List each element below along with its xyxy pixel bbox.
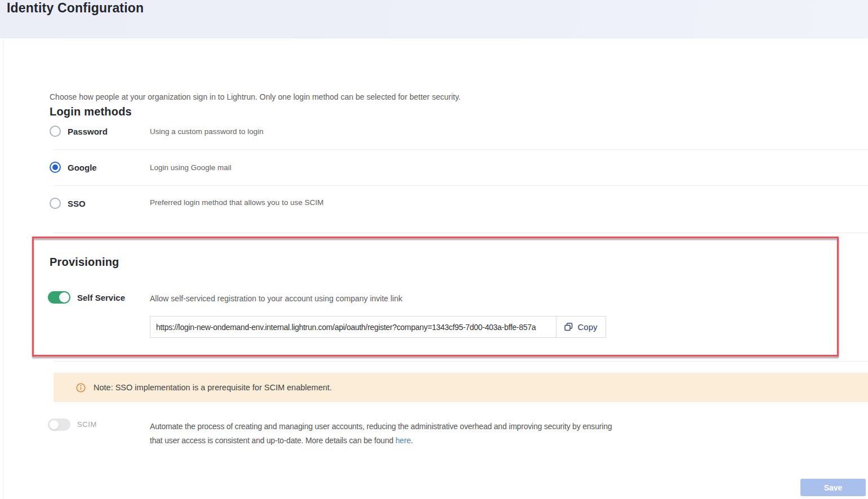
radio-password-label: Password (68, 127, 108, 136)
divider (54, 361, 868, 362)
scim-description-line1: Automate the process of creating and man… (150, 420, 612, 434)
scim-toggle[interactable] (48, 418, 70, 431)
page-header: Identity Configuration (0, 0, 868, 38)
toggle-knob (59, 292, 69, 302)
self-service-label: Self Service (77, 293, 125, 302)
note-text: Note: SSO implementation is a prerequisi… (94, 383, 332, 392)
self-service-description: Allow self-serviced registration to your… (150, 294, 402, 303)
scim-more-details-link[interactable]: here (395, 436, 411, 445)
radio-google-description: Login using Google mail (150, 163, 232, 172)
divider (54, 149, 868, 150)
note-banner: Note: SSO implementation is a prerequisi… (54, 373, 868, 402)
copy-button-label: Copy (577, 322, 597, 332)
radio-sso-description: Preferred login method that allows you t… (150, 198, 323, 207)
info-icon (76, 383, 86, 393)
scim-description: Automate the process of creating and man… (150, 420, 612, 447)
radio-password-description: Using a custom password to login (150, 127, 264, 136)
provisioning-heading: Provisioning (50, 256, 119, 269)
radio-sso[interactable] (50, 198, 61, 209)
copy-icon (564, 323, 573, 331)
self-service-toggle[interactable] (48, 291, 70, 304)
scim-label: SCIM (77, 420, 97, 429)
divider (54, 233, 868, 233)
save-button[interactable]: Save (800, 479, 866, 496)
page-title: Identity Configuration (7, 1, 144, 16)
content-card: Login methods Choose how people at your … (4, 38, 868, 499)
copy-button[interactable]: Copy (556, 316, 606, 338)
identity-configuration-page: Identity Configuration Login methods Cho… (0, 0, 868, 499)
invite-link-value: https://login-new-ondemand-env.internal.… (156, 323, 536, 332)
invite-link-field[interactable]: https://login-new-ondemand-env.internal.… (150, 316, 557, 338)
radio-password[interactable] (50, 126, 61, 137)
login-methods-description: Choose how people at your organization s… (50, 92, 461, 101)
radio-google[interactable] (50, 162, 61, 173)
login-methods-heading: Login methods (50, 105, 132, 118)
radio-sso-label: SSO (68, 199, 86, 208)
toggle-knob (49, 420, 59, 430)
scim-description-line2: that user access is consistent and up-to… (150, 434, 612, 448)
radio-google-label: Google (68, 163, 97, 172)
divider (54, 185, 868, 186)
